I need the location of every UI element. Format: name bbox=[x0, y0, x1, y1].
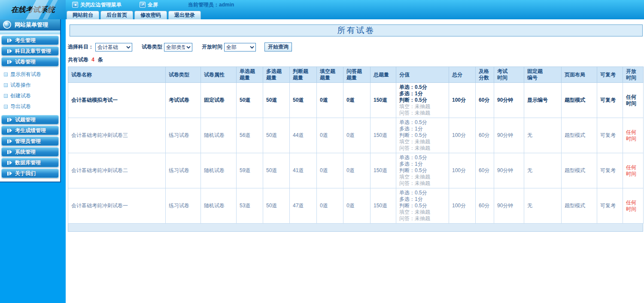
cell-pass-score: 60分 bbox=[476, 118, 494, 153]
cell-multi: 50道 bbox=[263, 118, 290, 153]
cell-score: 单选：0.5分多选：1分判断：0.5分填空：未抽题问答：未抽题 bbox=[396, 188, 449, 224]
sidebar-group-label: 关于我们 bbox=[15, 170, 36, 177]
play-icon-bar bbox=[7, 49, 9, 53]
table-row-3: 会计基础考前冲刺试卷一练习试卷随机试卷53道50道47道0道0道150道单选：0… bbox=[68, 188, 644, 224]
sidebar-menu: 考生管理科目及章节管理试卷管理显示所有试卷试卷操作创建试卷导出试卷试题管理考生成… bbox=[0, 36, 60, 178]
nav-tab-2[interactable]: 修改密码 bbox=[134, 11, 167, 19]
window-square-icon bbox=[4, 83, 8, 87]
cell-fixed-number: 显示编号 bbox=[524, 83, 562, 118]
cell-open-time: 任何时间 bbox=[623, 83, 644, 118]
cell-judge: 47道 bbox=[290, 188, 317, 224]
score-line: 判断：0.5分 bbox=[399, 203, 446, 209]
cell-attribute: 随机试卷 bbox=[201, 188, 237, 224]
play-icon-bar bbox=[7, 150, 9, 154]
nav-tab-3[interactable]: 退出登录 bbox=[168, 11, 201, 19]
play-icon bbox=[7, 128, 12, 133]
cell-name: 会计基础考前冲刺试卷二 bbox=[68, 153, 166, 188]
score-line: 填空：未抽题 bbox=[399, 103, 446, 110]
play-icon bbox=[7, 161, 12, 165]
sidebar: 在线考试系统 网站菜单管理 考生管理科目及章节管理试卷管理显示所有试卷试卷操作创… bbox=[0, 0, 66, 303]
cell-duration: 90分钟 bbox=[494, 118, 524, 153]
sidebar-group-5[interactable]: 管理员管理 bbox=[1, 136, 59, 146]
play-icon-triangle bbox=[9, 139, 12, 143]
fullscreen-icon: ↗ bbox=[140, 2, 146, 8]
play-icon-bar bbox=[7, 39, 9, 42]
sidebar-subitem-2-2[interactable]: 创建试卷 bbox=[0, 91, 60, 101]
sidebar-group-2[interactable]: 试卷管理 bbox=[1, 57, 59, 67]
cell-layout: 题型模式 bbox=[562, 83, 597, 118]
cell-retake: 可复考 bbox=[597, 118, 623, 153]
filter-bar: 选择科目： 会计基础 试卷类型 全部类型 开放时间 全部 开始查询 bbox=[68, 42, 644, 52]
table-row-1: 会计基础考前冲刺试卷三练习试卷随机试卷56道50道44道0道0道150道单选：0… bbox=[68, 118, 644, 153]
fullscreen-button[interactable]: ↗ 全屏 bbox=[140, 1, 158, 9]
close-left-menu-button[interactable]: ◄ 关闭左边管理菜单 bbox=[72, 1, 122, 9]
cell-duration: 90分钟 bbox=[494, 153, 524, 188]
column-header-4: 多选题 题量 bbox=[263, 67, 290, 83]
column-header-14: 页面布局 bbox=[562, 67, 597, 83]
sidebar-group-3[interactable]: 试题管理 bbox=[1, 115, 59, 124]
cell-qa: 0道 bbox=[343, 188, 371, 224]
cell-duration: 90分钟 bbox=[494, 83, 524, 118]
app-logo: 在线考试系统 bbox=[0, 0, 66, 19]
score-line: 问答：未抽题 bbox=[399, 215, 446, 222]
play-icon-bar bbox=[7, 60, 9, 64]
table-row-0: 会计基础模拟考试一考试试卷固定试卷50道50道50道0道0道150道单选：0.5… bbox=[68, 83, 644, 118]
top-header: ◄ 关闭左边管理菜单 ↗ 全屏 当前管理员：admin 网站前台后台首页修改密码… bbox=[66, 0, 644, 19]
open-time-filter-label: 开放时间 bbox=[202, 43, 222, 51]
play-icon bbox=[7, 150, 12, 154]
sidebar-subitem-2-1[interactable]: 试卷操作 bbox=[0, 80, 60, 91]
paper-type-select[interactable]: 全部类型 bbox=[164, 43, 192, 52]
play-icon-bar bbox=[7, 139, 9, 143]
close-left-menu-label: 关闭左边管理菜单 bbox=[80, 1, 122, 9]
score-line: 单选：0.5分 bbox=[399, 190, 446, 196]
score-line: 单选：0.5分 bbox=[399, 155, 446, 161]
play-icon-triangle bbox=[9, 161, 12, 165]
main-content: 所有试卷 选择科目： 会计基础 试卷类型 全部类型 开放时间 全部 开始查询 共… bbox=[66, 19, 644, 303]
sidebar-group-1[interactable]: 科目及章节管理 bbox=[1, 46, 59, 56]
cell-qa: 0道 bbox=[343, 153, 371, 188]
sidebar-group-0[interactable]: 考生管理 bbox=[1, 36, 59, 45]
topbar: ◄ 关闭左边管理菜单 ↗ 全屏 当前管理员：admin bbox=[66, 0, 644, 9]
sidebar-subitem-2-3[interactable]: 导出试卷 bbox=[0, 101, 60, 112]
cell-duration: 90分钟 bbox=[494, 188, 524, 224]
score-line: 问答：未抽题 bbox=[399, 110, 446, 116]
result-summary: 共有试卷 4 条 bbox=[68, 56, 644, 64]
column-header-11: 及格 分数 bbox=[476, 67, 494, 83]
nav-tab-0[interactable]: 网站前台 bbox=[67, 11, 99, 19]
cell-layout: 题型模式 bbox=[562, 118, 597, 153]
table-row-2: 会计基础考前冲刺试卷二练习试卷随机试卷59道50道41道0道0道150道单选：0… bbox=[68, 153, 644, 188]
sidebar-group-6[interactable]: 系统管理 bbox=[1, 147, 59, 157]
score-line: 多选：1分 bbox=[399, 196, 446, 203]
start-query-button[interactable]: 开始查询 bbox=[264, 42, 292, 52]
open-time-select[interactable]: 全部 bbox=[224, 43, 256, 52]
cell-total-score: 100分 bbox=[449, 153, 476, 188]
cell-score: 单选：0.5分多选：1分判断：0.5分填空：未抽题问答：未抽题 bbox=[396, 118, 449, 153]
sidebar-group-label: 数据库管理 bbox=[15, 159, 41, 167]
column-header-6: 填空题 题量 bbox=[317, 67, 343, 83]
cell-type: 练习试卷 bbox=[166, 118, 201, 153]
sidebar-group-7[interactable]: 数据库管理 bbox=[1, 158, 59, 167]
subject-select[interactable]: 会计基础 bbox=[95, 43, 132, 52]
nav-tabs: 网站前台后台首页修改密码退出登录 bbox=[66, 9, 644, 19]
sidebar-subitem-2-0[interactable]: 显示所有试卷 bbox=[0, 69, 60, 80]
cell-retake: 可复考 bbox=[597, 153, 623, 188]
cell-total: 150道 bbox=[371, 118, 396, 153]
cell-total: 150道 bbox=[371, 153, 396, 188]
column-header-16: 开放时间 bbox=[623, 67, 644, 83]
sidebar-subitem-label: 试卷操作 bbox=[10, 82, 31, 89]
column-header-3: 单选题 题量 bbox=[237, 67, 263, 83]
cell-single: 53道 bbox=[237, 188, 263, 224]
nav-tab-1[interactable]: 后台首页 bbox=[100, 11, 133, 19]
play-icon-bar bbox=[7, 161, 9, 165]
cell-name: 会计基础模拟考试一 bbox=[68, 83, 166, 118]
sidebar-group-8[interactable]: 关于我们 bbox=[1, 169, 59, 178]
score-line: 判断：0.5分 bbox=[399, 167, 446, 174]
cell-judge: 50道 bbox=[290, 83, 317, 118]
sphere-icon bbox=[3, 21, 11, 29]
play-icon-triangle bbox=[9, 38, 12, 42]
column-header-2: 试卷属性 bbox=[201, 67, 237, 83]
play-icon-triangle bbox=[9, 49, 12, 53]
sidebar-group-4[interactable]: 考生成绩管理 bbox=[1, 126, 59, 135]
sidebar-group-label: 考生成绩管理 bbox=[15, 127, 46, 134]
sidebar-menu-panel: 网站菜单管理 考生管理科目及章节管理试卷管理显示所有试卷试卷操作创建试卷导出试卷… bbox=[0, 19, 61, 182]
